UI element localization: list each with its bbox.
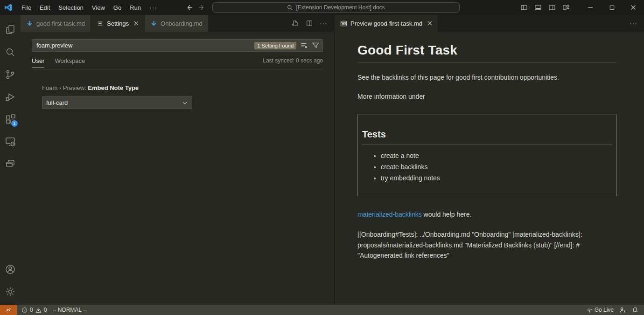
list-item: create a note <box>381 152 613 159</box>
toggle-primary-sidebar-icon[interactable] <box>517 0 531 15</box>
chevron-down-icon <box>182 100 188 106</box>
card-bullet-list: create a note create backlinks try embed… <box>362 152 613 182</box>
back-arrow-icon[interactable] <box>186 4 193 11</box>
filter-settings-icon[interactable] <box>312 41 320 49</box>
extensions-badge: 1 <box>11 120 18 127</box>
menu-run[interactable]: Run <box>126 1 145 14</box>
close-tab-icon[interactable] <box>134 21 139 26</box>
remote-indicator[interactable] <box>0 305 17 315</box>
menu-go[interactable]: Go <box>109 1 126 14</box>
select-value: full-card <box>46 99 68 106</box>
vim-mode-indicator[interactable]: -- NORMAL -- <box>49 305 90 315</box>
close-window-button[interactable] <box>623 0 644 15</box>
open-settings-json-icon[interactable] <box>292 20 299 27</box>
setting-category: Foam › Preview: <box>42 84 88 91</box>
last-synced-label: Last synced: 0 secs ago <box>263 57 323 64</box>
customize-layout-icon[interactable] <box>559 0 573 15</box>
live-share-icon <box>619 307 626 314</box>
list-item: try embedding notes <box>381 174 613 182</box>
search-sidebar-icon[interactable] <box>0 41 21 63</box>
h1-rule <box>357 62 617 63</box>
maximize-button[interactable] <box>601 0 623 15</box>
menu-edit[interactable]: Edit <box>35 1 54 14</box>
forward-arrow-icon[interactable] <box>198 4 205 11</box>
editor-group-settings: good-first-task.md Settings Onboarding.m… <box>21 15 334 305</box>
more-actions-icon[interactable]: ··· <box>630 20 637 27</box>
command-center-search[interactable]: [Extension Development Host] docs <box>212 2 460 13</box>
tab-settings[interactable]: Settings <box>91 15 145 32</box>
clear-search-filters-icon[interactable] <box>300 41 308 49</box>
source-control-icon[interactable] <box>0 63 21 86</box>
scope-tab-workspace[interactable]: Workspace <box>55 53 85 68</box>
markdown-file-icon <box>26 20 33 27</box>
manage-gear-icon[interactable] <box>0 281 21 303</box>
toggle-secondary-sidebar-icon[interactable] <box>545 0 559 15</box>
embedded-note-card: Tests create a note create backlinks try… <box>357 115 617 196</box>
materialized-backlinks-link[interactable]: materialized-backlinks <box>357 211 422 218</box>
editor-actions: ··· <box>630 15 644 32</box>
settings-editor: foam.preview 1 Setting Found User Worksp… <box>21 32 334 109</box>
split-editor-icon[interactable] <box>306 20 313 27</box>
warnings-count: 0 <box>44 307 47 313</box>
preview-paragraph: materialized-backlinks would help here. <box>357 211 617 218</box>
preview-paragraph: More information under <box>357 93 617 100</box>
tab-onboarding[interactable]: Onboarding.md <box>145 15 209 32</box>
close-tab-icon[interactable] <box>427 21 432 26</box>
settings-editor-icon <box>97 20 104 27</box>
right-tabbar: Preview good-first-task.md ··· <box>335 15 644 32</box>
menu-file[interactable]: File <box>17 1 35 14</box>
editor-actions: ··· <box>292 15 334 32</box>
status-bar-right: Go Live <box>584 305 644 315</box>
toggle-panel-icon[interactable] <box>531 0 545 15</box>
tab-label: good-first-task.md <box>36 20 85 27</box>
accounts-icon[interactable] <box>0 258 21 281</box>
tab-label: Settings <box>107 20 129 27</box>
go-live-button[interactable]: Go Live <box>584 305 616 315</box>
titlebar: File Edit Selection View Go Run ··· [Ext… <box>0 0 644 15</box>
extensions-icon[interactable]: 1 <box>0 108 21 130</box>
tab-preview-good-first-task[interactable]: Preview good-first-task.md <box>335 15 438 32</box>
tab-label: Onboarding.md <box>161 20 203 27</box>
setting-row: Foam › Preview: Embed Note Type full-car… <box>32 84 323 109</box>
tab-good-first-task[interactable]: good-first-task.md <box>21 15 91 32</box>
markdown-preview-icon <box>340 20 347 27</box>
minimize-button[interactable] <box>580 0 601 15</box>
broadcast-icon <box>587 307 593 313</box>
setting-title: Foam › Preview: Embed Note Type <box>42 84 323 91</box>
remote-explorer-icon[interactable] <box>0 130 21 153</box>
settings-search-input[interactable]: foam.preview 1 Setting Found <box>32 39 323 52</box>
left-tabbar: good-first-task.md Settings Onboarding.m… <box>21 15 334 32</box>
notifications-bell-icon[interactable] <box>629 305 641 315</box>
setting-name: Embed Note Type <box>88 84 139 91</box>
link-references-paragraph: [[Onboarding#Tests]: ../Onboarding.md "O… <box>357 229 617 261</box>
command-center-label: [Extension Development Host] docs <box>296 4 385 11</box>
problems-status[interactable]: 0 0 <box>19 305 49 315</box>
menu-selection[interactable]: Selection <box>54 1 87 14</box>
explorer-icon[interactable] <box>0 19 21 41</box>
vscode-logo-icon <box>4 3 13 12</box>
embed-note-type-select[interactable]: full-card <box>42 96 192 109</box>
link-tail-text: would help here. <box>422 211 472 218</box>
errors-count: 0 <box>30 307 33 313</box>
warnings-icon <box>35 307 42 313</box>
scope-tab-user[interactable]: User <box>32 53 44 68</box>
search-icon <box>287 5 293 11</box>
run-debug-icon[interactable] <box>0 86 21 108</box>
card-heading: Tests <box>362 129 613 140</box>
windows-panel-icon[interactable] <box>0 153 21 175</box>
editor-group-preview: Preview good-first-task.md ··· Good Firs… <box>335 15 644 305</box>
vim-mode-label: -- NORMAL -- <box>52 307 87 313</box>
menu-view[interactable]: View <box>88 1 109 14</box>
preview-paragraph: See the backlinks of this page for good … <box>357 74 617 81</box>
settings-scope-tabs: User Workspace Last synced: 0 secs ago <box>32 52 323 69</box>
live-share-button[interactable] <box>616 305 629 315</box>
more-actions-icon[interactable]: ··· <box>320 20 328 27</box>
go-live-label: Go Live <box>595 307 614 313</box>
activity-bar-bottom <box>0 258 21 303</box>
settings-search-value: foam.preview <box>36 42 72 49</box>
window-controls <box>517 0 644 15</box>
results-count-badge: 1 Setting Found <box>254 42 296 49</box>
status-bar: 0 0 -- NORMAL -- Go Live <box>0 305 644 315</box>
menu-overflow[interactable]: ··· <box>145 1 161 14</box>
markdown-preview: Good First Task See the backlinks of thi… <box>335 32 644 261</box>
